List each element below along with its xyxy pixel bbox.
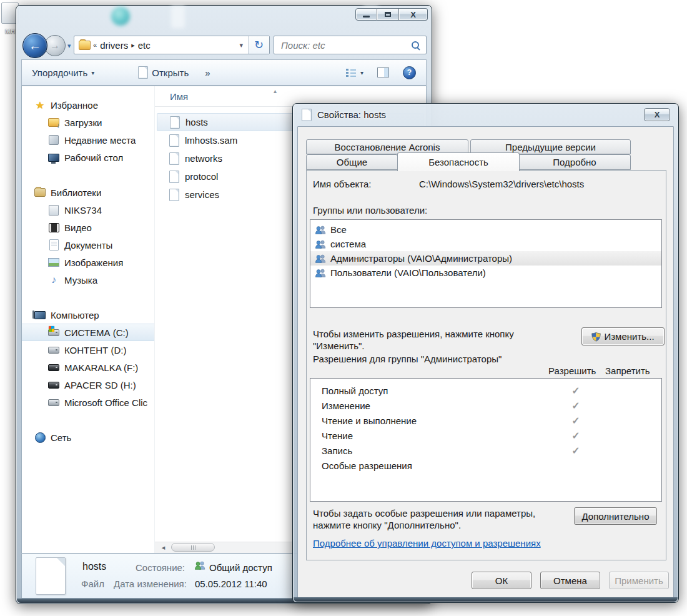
change-button-label: Изменить... bbox=[604, 331, 654, 342]
views-button[interactable]: ▾ bbox=[346, 69, 363, 77]
history-dropdown-button[interactable]: ▾ bbox=[67, 42, 71, 50]
network-globe-icon bbox=[35, 432, 46, 443]
sort-ascending-icon: ▴ bbox=[274, 87, 277, 94]
group-row-users[interactable]: Пользователи (VAIO\Пользователи) bbox=[310, 266, 661, 280]
permission-row-write[interactable]: Запись ✓ bbox=[310, 443, 661, 458]
permission-row-read-execute[interactable]: Чтение и выполнение ✓ bbox=[310, 413, 661, 428]
chevron-down-icon: ▾ bbox=[360, 69, 363, 76]
apply-button[interactable]: Применить bbox=[609, 572, 669, 589]
navigation-pane: ★ Избранное Загрузки Недавние места Рабо… bbox=[22, 86, 154, 553]
group-row-everyone[interactable]: Все bbox=[310, 222, 661, 237]
maximize-button[interactable] bbox=[377, 8, 399, 21]
chevron-down-icon: ▾ bbox=[91, 69, 94, 76]
address-bar[interactable]: « drivers ▸ etc ▾ ↻ bbox=[74, 36, 270, 54]
users-icon bbox=[315, 226, 326, 234]
file-name: networks bbox=[185, 153, 222, 164]
forward-arrow-icon: → bbox=[50, 40, 60, 51]
allow-checkmark: ✓ bbox=[557, 415, 595, 427]
sidebar-item-music[interactable]: ♪ Музыка bbox=[22, 271, 154, 289]
sidebar-item-downloads[interactable]: Загрузки bbox=[22, 114, 154, 131]
organize-button[interactable]: Упорядочить ▾ bbox=[32, 67, 94, 78]
back-button[interactable]: ← bbox=[22, 33, 47, 58]
sidebar-item-favorites[interactable]: ★ Избранное bbox=[22, 96, 154, 114]
sidebar-spacer bbox=[22, 166, 154, 184]
tab-general[interactable]: Общие bbox=[306, 154, 398, 170]
maximize-icon bbox=[385, 12, 391, 17]
windows-flag-icon bbox=[49, 326, 54, 332]
ok-button[interactable]: ОК bbox=[472, 572, 531, 589]
sidebar-item-pictures[interactable]: Изображения bbox=[22, 254, 154, 271]
advanced-button[interactable]: Дополнительно bbox=[574, 507, 657, 525]
permission-row-read[interactable]: Чтение ✓ bbox=[310, 428, 661, 443]
permission-name: Изменение bbox=[322, 400, 370, 411]
permissions-for-label: Разрешения для группы "Администраторы" bbox=[313, 354, 502, 364]
sidebar-item-documents[interactable]: Документы bbox=[22, 236, 154, 254]
dialog-body: Восстановление Acronis Предыдущие версии… bbox=[297, 126, 674, 599]
drive-icon bbox=[48, 382, 59, 389]
group-row-administrators[interactable]: Администраторы (VAIO\Администраторы) bbox=[310, 251, 661, 266]
more-commands-button[interactable]: » bbox=[205, 67, 210, 78]
close-button[interactable]: X bbox=[399, 8, 428, 21]
dialog-title: Свойства: hosts bbox=[317, 109, 386, 120]
sidebar-item-video[interactable]: Видео bbox=[22, 219, 154, 236]
sidebar-item-label: Загрузки bbox=[64, 117, 102, 128]
state-value: Общий доступ bbox=[209, 562, 272, 573]
group-row-system[interactable]: система bbox=[310, 237, 661, 251]
cancel-button[interactable]: Отмена bbox=[540, 572, 600, 589]
sidebar-item-recent-places[interactable]: Недавние места bbox=[22, 131, 154, 149]
users-icon bbox=[315, 269, 326, 277]
permission-row-modify[interactable]: Изменение ✓ bbox=[310, 398, 661, 413]
permission-row-full-control[interactable]: Полный доступ ✓ bbox=[310, 383, 661, 398]
change-button[interactable]: Изменить... bbox=[581, 327, 665, 345]
open-button[interactable]: Открыть bbox=[138, 66, 189, 79]
desktop-background: мн X ← → ▾ « drivers ▸ etc ▾ ↻ bbox=[0, 0, 687, 616]
uac-shield-icon bbox=[591, 332, 601, 342]
search-input[interactable] bbox=[280, 39, 411, 51]
folder-icon bbox=[79, 41, 91, 50]
breadcrumb-item-etc[interactable]: etc bbox=[135, 40, 154, 51]
object-name-label: Имя объекта: bbox=[313, 179, 371, 189]
dialog-close-button[interactable]: X bbox=[644, 108, 670, 121]
tab-label: Восстановление Acronis bbox=[335, 142, 440, 152]
preview-pane-button[interactable] bbox=[377, 67, 389, 77]
sidebar-item-makaralka-f[interactable]: MAKARALKA (F:) bbox=[22, 359, 154, 376]
sidebar-item-system-c[interactable]: СИСТЕМА (C:) bbox=[22, 324, 154, 341]
scroll-left-button[interactable]: ◂ bbox=[158, 543, 169, 552]
tab-details[interactable]: Подробно bbox=[518, 154, 631, 170]
refresh-button[interactable]: ↻ bbox=[248, 36, 269, 54]
sidebar-item-label: Недавние места bbox=[64, 135, 136, 146]
scrollbar-thumb[interactable] bbox=[171, 543, 215, 552]
sidebar-item-apacer-h[interactable]: APACER SD (H:) bbox=[22, 376, 154, 394]
users-icon bbox=[315, 254, 326, 263]
minimize-button[interactable] bbox=[355, 8, 377, 21]
sidebar-item-desktop[interactable]: Рабочий стол bbox=[22, 149, 154, 166]
group-name: Администраторы (VAIO\Администраторы) bbox=[330, 253, 512, 264]
address-dropdown-button[interactable]: ▾ bbox=[234, 41, 248, 49]
file-name: hosts bbox=[185, 117, 208, 127]
glass-reflection bbox=[171, 6, 185, 28]
access-control-help-link[interactable]: Подробнее об управлении доступом и разре… bbox=[313, 538, 541, 549]
music-note-icon: ♪ bbox=[51, 274, 56, 286]
open-label: Открыть bbox=[152, 67, 189, 78]
sidebar-item-libraries[interactable]: Библиотеки bbox=[22, 184, 154, 201]
apply-button-label: Применить bbox=[615, 575, 663, 586]
allow-checkmark: ✓ bbox=[557, 445, 595, 457]
help-button[interactable]: ? bbox=[403, 66, 416, 79]
forward-button[interactable]: → bbox=[44, 35, 66, 56]
selected-file-name: hosts bbox=[82, 561, 106, 572]
drive-icon bbox=[48, 347, 59, 354]
tab-label: Общие bbox=[337, 157, 367, 167]
sidebar-item-content-d[interactable]: КОНТЕНТ (D:) bbox=[22, 341, 154, 359]
sidebar-item-computer[interactable]: Компьютер bbox=[22, 306, 154, 324]
sidebar-item-office-click[interactable]: Microsoft Office Clic bbox=[22, 394, 154, 411]
sidebar-item-network[interactable]: Сеть bbox=[22, 429, 154, 446]
tab-security[interactable]: Безопасность bbox=[397, 152, 520, 171]
sidebar-item-label: Видео bbox=[64, 222, 92, 233]
back-arrow-icon: ← bbox=[29, 39, 41, 53]
permission-name: Запись bbox=[322, 445, 352, 456]
breadcrumb-item-drivers[interactable]: drivers bbox=[97, 40, 131, 51]
sidebar-item-label: MAKARALKA (F:) bbox=[64, 362, 138, 373]
permission-row-special[interactable]: Особые разрешения bbox=[310, 458, 661, 473]
downloads-folder-icon bbox=[48, 118, 59, 127]
sidebar-item-niks734[interactable]: NIKS734 bbox=[22, 201, 154, 219]
